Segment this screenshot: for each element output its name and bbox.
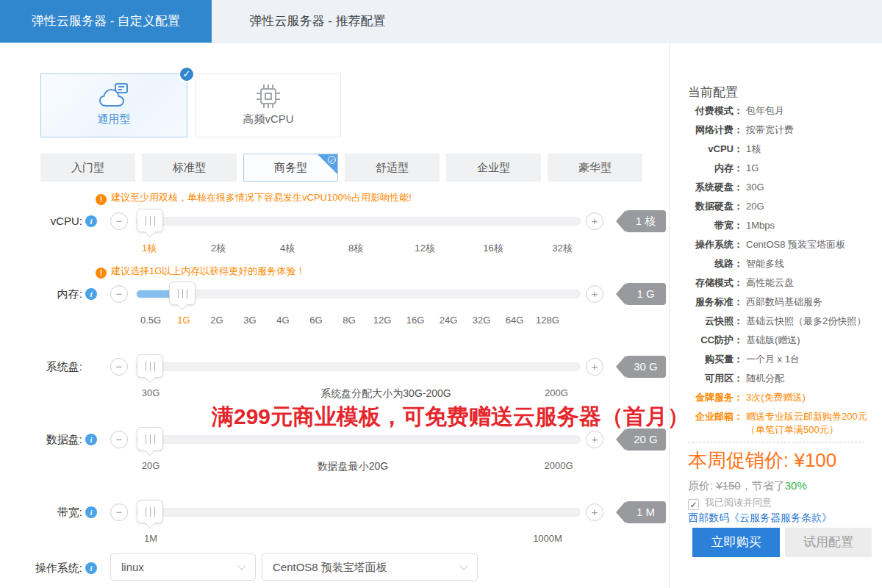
memory-plus-button[interactable]: + xyxy=(586,285,603,303)
sysdisk-plus-button[interactable]: + xyxy=(586,358,603,376)
vcpu-plus-button[interactable]: + xyxy=(586,212,603,230)
config-row-payment-mode: 付费模式：包年包月 xyxy=(681,104,873,118)
promo-price: 本周促销价: ¥100 xyxy=(688,448,836,473)
vcpu-minus-button[interactable]: − xyxy=(110,212,128,230)
bandwidth-value-badge: 1 M xyxy=(625,501,666,523)
current-config-panel: 当前配置 付费模式：包年包月 网络计费：按带宽计费 vCPU：1核 内存：1G … xyxy=(669,43,882,588)
bandwidth-slider-row: 带宽: i − + 1 M xyxy=(0,498,669,527)
type-card-label: 高频vCPU xyxy=(196,112,340,126)
sysdisk-slider-track[interactable] xyxy=(136,362,581,371)
memory-ticks: 0.5G 1G 2G 3G 4G 6G 8G 12G 16G 24G 32G 6… xyxy=(0,315,669,328)
config-row-enterprise-mail: 企业邮箱：赠送专业版云邮新购券200元（单笔订单满500元） xyxy=(681,410,873,437)
vcpu-slider-row: vCPU: i − + 1 核 xyxy=(0,207,669,236)
cloud-server-icon xyxy=(41,82,187,111)
warning-icon: ! xyxy=(96,194,107,205)
dashed-divider xyxy=(688,442,864,442)
chevron-down-icon xyxy=(459,562,467,570)
config-row-gold-service: 金牌服务：3次(免费赠送) xyxy=(681,391,873,404)
config-list: 付费模式：包年包月 网络计费：按带宽计费 vCPU：1核 内存：1G 系统硬盘：… xyxy=(681,104,873,442)
vcpu-warning: !建议至少用双核，单核在很多情况下容易发生vCPU100%占用影响性能! xyxy=(96,192,412,204)
tier-tab-luxury[interactable]: 豪华型 xyxy=(548,154,642,182)
datadisk-slider-track[interactable] xyxy=(136,435,581,444)
config-row-sysdisk: 系统硬盘：30G xyxy=(681,181,873,194)
config-row-snapshot: 云快照：基础云快照（最多2份快照） xyxy=(681,315,873,328)
agree-text: 我已阅读并同意 xyxy=(705,497,772,508)
config-row-vcpu: vCPU：1核 xyxy=(681,143,873,156)
config-row-purchase-qty: 购买量：一个月 x 1台 xyxy=(681,353,873,366)
info-icon[interactable]: i xyxy=(85,562,97,574)
sysdisk-slider-handle[interactable] xyxy=(137,354,163,378)
memory-minus-button[interactable]: − xyxy=(110,285,128,303)
agree-row: ✓我已阅读并同意 xyxy=(688,496,772,510)
bandwidth-plus-button[interactable]: + xyxy=(586,503,603,521)
type-card-high-freq-vcpu[interactable]: 高频vCPU xyxy=(196,74,341,137)
memory-warning: !建议选择1G以上内存以获得更好的服务体验！ xyxy=(96,265,305,277)
datadisk-slider-handle[interactable] xyxy=(137,427,163,451)
cpu-chip-icon xyxy=(196,82,340,111)
bandwidth-label: 带宽: xyxy=(0,506,82,520)
tab-recommended-config[interactable]: 弹性云服务器 - 推荐配置 xyxy=(212,0,423,43)
datadisk-value-badge: 20 G xyxy=(625,429,666,451)
vcpu-label: vCPU: xyxy=(0,215,82,227)
tab-custom-config[interactable]: 弹性云服务器 - 自定义配置 xyxy=(0,0,212,43)
tier-tab-label: 商务型 xyxy=(274,161,307,173)
sysdisk-minus-button[interactable]: − xyxy=(110,358,128,376)
config-row-line: 线路：智能多线 xyxy=(681,257,873,270)
vcpu-value-badge: 1 核 xyxy=(625,210,666,232)
tier-tab-entry[interactable]: 入门型 xyxy=(40,154,135,182)
bandwidth-ticks: 1M 1000M xyxy=(0,533,669,546)
tier-tab-business[interactable]: 商务型 ✓ xyxy=(243,154,338,182)
info-icon[interactable]: i xyxy=(85,215,97,227)
original-price-row: 原价: ¥150，节省了30% xyxy=(688,479,807,493)
type-card-label: 通用型 xyxy=(41,112,187,126)
warning-icon: ! xyxy=(96,268,107,279)
vcpu-slider-handle[interactable] xyxy=(137,209,163,232)
datadisk-label: 数据盘: xyxy=(0,433,82,447)
datadisk-ticks: 20G 数据盘最小20G 2000G xyxy=(0,460,669,473)
chevron-down-icon xyxy=(237,562,245,570)
memory-value-badge: 1 G xyxy=(625,283,666,305)
datadisk-slider-row: 数据盘: i − + 20 G xyxy=(0,425,669,454)
sysdisk-slider-row: 系统盘: − + 30 G xyxy=(0,352,669,381)
agree-checkbox[interactable]: ✓ xyxy=(688,499,699,510)
memory-slider-track[interactable] xyxy=(136,290,581,298)
vcpu-ticks: 1核 2核 4核 8核 12核 16核 32核 xyxy=(0,242,669,255)
config-row-availability-zone: 可用区：随机分配 xyxy=(681,372,873,385)
bandwidth-minus-button[interactable]: − xyxy=(110,503,128,521)
config-row-os: 操作系统：CentOS8 预装宝塔面板 xyxy=(681,238,873,251)
cloud-server-config-page: 弹性云服务器 - 自定义配置 弹性云服务器 - 推荐配置 通用型 ✓ xyxy=(0,0,882,588)
type-card-general[interactable]: 通用型 ✓ xyxy=(40,74,187,137)
os-image-select[interactable]: CentOS8 预装宝塔面板 xyxy=(262,553,478,581)
config-row-bandwidth: 带宽：1Mbps xyxy=(681,219,873,232)
sysdisk-value-badge: 30 G xyxy=(625,356,666,378)
original-price: ¥150 xyxy=(716,479,740,492)
os-type-value: linux xyxy=(121,561,144,573)
tier-tab-enterprise[interactable]: 企业型 xyxy=(446,154,541,182)
tier-tab-comfort[interactable]: 舒适型 xyxy=(345,154,440,182)
os-image-value: CentOS8 预装宝塔面板 xyxy=(273,561,387,573)
bandwidth-slider-track[interactable] xyxy=(136,508,581,517)
vcpu-slider-track[interactable] xyxy=(136,217,581,226)
config-main-area: 通用型 ✓ 高频vCPU 入门型 标准型 商务型 ✓ 舒适型 企业型 豪华型 xyxy=(0,43,669,588)
memory-slider-row: 内存: i − + 1 G xyxy=(0,279,669,309)
os-row: 操作系统: i linux CentOS8 预装宝塔面板 xyxy=(0,553,669,583)
datadisk-plus-button[interactable]: + xyxy=(586,431,603,448)
selected-check-icon: ✓ xyxy=(179,66,195,82)
config-row-storage-mode: 存储模式：高性能云盘 xyxy=(681,276,873,290)
memory-slider-handle[interactable] xyxy=(169,282,196,305)
datadisk-minus-button[interactable]: − xyxy=(110,431,128,448)
info-icon[interactable]: i xyxy=(85,434,97,445)
save-percent: 30% xyxy=(785,479,807,492)
config-row-service-standard: 服务标准：西部数码基础服务 xyxy=(681,295,873,309)
memory-label: 内存: xyxy=(0,287,82,301)
tier-tab-standard[interactable]: 标准型 xyxy=(142,154,237,182)
os-type-select[interactable]: linux xyxy=(110,553,256,581)
bandwidth-slider-handle[interactable] xyxy=(137,500,163,523)
sysdisk-label: 系统盘: xyxy=(0,360,82,374)
os-label: 操作系统: xyxy=(0,562,82,576)
terms-link[interactable]: 西部数码《云服务器服务条款》 xyxy=(688,512,832,525)
info-icon[interactable]: i xyxy=(85,506,97,518)
trial-config-button[interactable]: 试用配置 xyxy=(785,528,872,557)
info-icon[interactable]: i xyxy=(85,288,97,300)
buy-now-button[interactable]: 立即购买 xyxy=(692,528,780,557)
